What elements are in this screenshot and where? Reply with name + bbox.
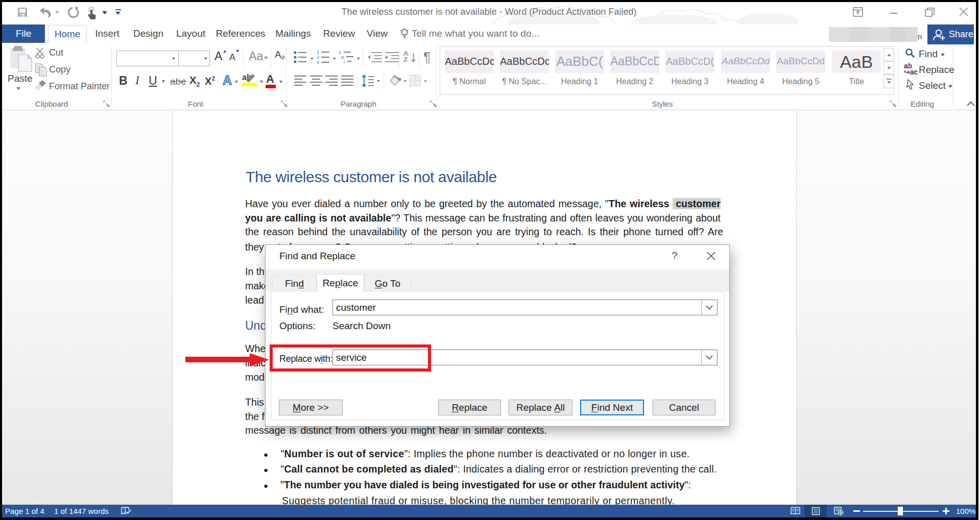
svg-text:2: 2: [317, 55, 319, 60]
svg-text:1: 1: [317, 49, 319, 55]
svg-text:3: 3: [317, 60, 319, 64]
svg-text:i: i: [344, 59, 345, 64]
